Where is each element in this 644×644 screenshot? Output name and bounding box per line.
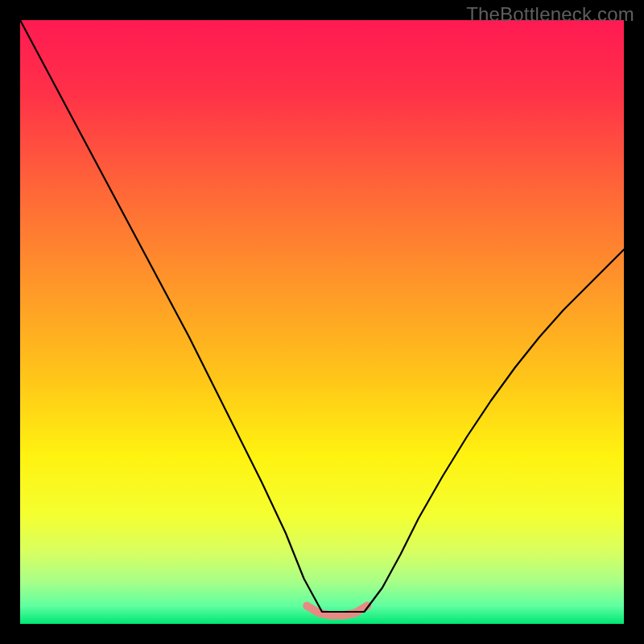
chart-frame: TheBottleneck.com — [0, 0, 644, 644]
plot-area — [20, 20, 624, 624]
bottleneck-plot — [20, 20, 624, 624]
watermark-text: TheBottleneck.com — [466, 3, 634, 26]
gradient-background — [20, 20, 624, 624]
